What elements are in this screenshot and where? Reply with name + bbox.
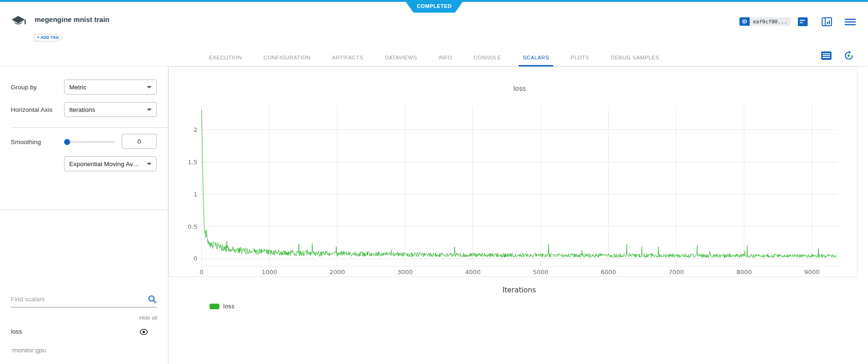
x-tick-label: 2000 (329, 269, 345, 276)
smoothing-slider[interactable] (65, 141, 115, 143)
experiment-type-icon (10, 15, 28, 30)
group-by-value: Metric (69, 84, 144, 91)
eye-icon[interactable] (140, 329, 148, 335)
horizontal-axis-label: Horizontal Axis (11, 102, 52, 117)
y-tick-label: 1.5 (188, 159, 197, 166)
id-value: eaf0cf80... (750, 17, 790, 26)
smoothing-slider-thumb[interactable] (64, 139, 70, 145)
scalar-item-loss[interactable]: loss (0, 323, 168, 342)
smoothing-type-select[interactable]: Exponential Moving Av… (64, 156, 157, 171)
tab-configuration[interactable]: CONFIGURATION (253, 49, 321, 66)
chevron-down-icon (147, 86, 152, 88)
legend-item-loss[interactable]: loss (210, 303, 234, 310)
legend-label: loss (223, 303, 234, 310)
tab-execution[interactable]: EXECUTION (198, 49, 253, 66)
tab-debug-samples[interactable]: DEBUG SAMPLES (600, 49, 670, 66)
scalars-sidebar: Group by Metric Horizontal Axis Iteratio… (0, 67, 168, 364)
find-scalars-input[interactable] (11, 296, 148, 303)
group-by-select[interactable]: Metric (64, 80, 157, 95)
horizontal-axis-value: Iterations (69, 106, 144, 113)
status-ribbon-label: COMPLETED (417, 3, 451, 10)
tab-scalars[interactable]: SCALARS (512, 49, 560, 66)
y-tick-label: 0.5 (188, 223, 197, 230)
tab-bar-icons (821, 51, 854, 61)
add-tag-button[interactable]: + ADD TAG (34, 34, 65, 42)
tab-plots[interactable]: PLOTS (560, 49, 600, 66)
id-badge: ID (739, 17, 750, 26)
divider (11, 127, 168, 128)
add-tag-label: + ADD TAG (37, 35, 59, 40)
x-tick-label: 3000 (397, 269, 412, 276)
tab-dataviews[interactable]: DATAVIEWS (374, 49, 428, 66)
hide-all-button[interactable]: Hide all (139, 315, 157, 320)
y-tick-label: 0 (194, 255, 197, 262)
x-tick-label: 9000 (804, 269, 819, 276)
legend-swatch (210, 304, 219, 309)
auto-refresh-icon[interactable] (844, 51, 854, 61)
details-icon[interactable] (798, 17, 808, 26)
x-axis-title: Iterations (201, 286, 837, 294)
chevron-down-icon (147, 109, 152, 111)
loss-chart-plot[interactable]: 010002000300040005000600070008000900000.… (169, 67, 857, 277)
panel-layout-icon[interactable] (822, 17, 832, 26)
group-by-label: Group by (11, 80, 37, 95)
smoothing-label: Smoothing (11, 134, 41, 149)
tab-bar: EXECUTIONCONFIGURATIONARTIFACTSDATAVIEWS… (0, 49, 868, 66)
experiment-id: ID eaf0cf80... (739, 17, 790, 26)
horizontal-axis-select[interactable]: Iterations (64, 102, 157, 117)
x-tick-label: 8000 (736, 269, 752, 276)
table-view-icon[interactable] (821, 51, 832, 60)
scalar-name: :monitor:gpu (11, 347, 46, 354)
x-tick-label: 1000 (261, 269, 277, 276)
chevron-down-icon (147, 163, 152, 165)
menu-icon[interactable] (845, 19, 856, 25)
x-tick-label: 7000 (668, 269, 684, 276)
scalar-item-monitor-gpu[interactable]: :monitor:gpu (0, 342, 168, 361)
x-tick-label: 4000 (465, 269, 480, 276)
smoothing-value-input[interactable] (122, 134, 157, 149)
experiment-title: megengine mnist train (35, 15, 109, 23)
y-tick-label: 2 (194, 126, 197, 133)
y-tick-label: 1 (194, 191, 197, 198)
scalar-chart-card: loss 01000200030004000500060007000800090… (168, 66, 858, 277)
scalar-name: loss (11, 328, 22, 335)
tab-console[interactable]: CONSOLE (463, 49, 512, 66)
x-tick-label: 6000 (600, 269, 616, 276)
scalar-item-monitor-machine[interactable]: :monitor:machine (0, 361, 168, 364)
divider (0, 210, 168, 210)
scalar-list: loss:monitor:gpu:monitor:machine (0, 323, 168, 364)
x-tick-label: 0 (200, 269, 203, 276)
x-tick-label: 5000 (533, 269, 548, 276)
tab-info[interactable]: INFO (428, 49, 463, 66)
find-scalars-field (11, 291, 157, 307)
search-icon[interactable] (148, 295, 157, 304)
tab-artifacts[interactable]: ARTIFACTS (321, 49, 374, 66)
status-ribbon: COMPLETED (405, 0, 464, 13)
smoothing-type-value: Exponential Moving Av… (69, 160, 144, 167)
